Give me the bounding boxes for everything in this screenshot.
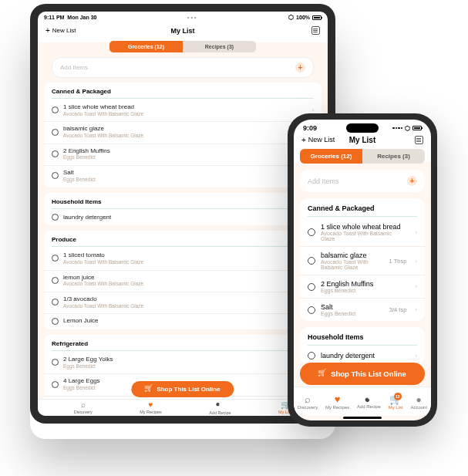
checkbox-icon[interactable] bbox=[52, 318, 59, 325]
checkbox-icon[interactable] bbox=[308, 306, 315, 314]
checkbox-icon[interactable] bbox=[308, 352, 315, 360]
tablet-menu-dots[interactable]: ••• bbox=[187, 15, 197, 20]
tab-groceries[interactable]: Groceries (12) bbox=[109, 41, 183, 52]
plus-icon: + bbox=[45, 26, 50, 35]
item-name: 1/3 avocado bbox=[63, 295, 308, 303]
add-items-input[interactable]: Add Items + bbox=[52, 57, 314, 78]
shop-list-button[interactable]: Shop This List Online bbox=[300, 363, 425, 385]
nav-discovery[interactable]: Discovery bbox=[74, 401, 93, 414]
list-item[interactable]: 2 English MuffinsEggs Benedict› bbox=[44, 143, 322, 165]
list-item[interactable]: balsamic glazeAvocado Toast With Balsami… bbox=[44, 121, 322, 143]
wifi-icon: ⬡ bbox=[288, 14, 294, 21]
filter-button[interactable] bbox=[311, 26, 320, 35]
new-list-button[interactable]: +New List bbox=[45, 26, 76, 35]
new-list-button[interactable]: +New List bbox=[301, 136, 335, 144]
item-source: Avocado Toast With Balsamic Glaze bbox=[63, 111, 308, 117]
checkbox-icon[interactable] bbox=[308, 228, 315, 236]
item-source: Eggs Benedict bbox=[63, 363, 308, 370]
tablet-date: Mon Jan 30 bbox=[67, 15, 96, 20]
list-item[interactable]: lemon juiceAvocado Toast With Balsamic G… bbox=[44, 270, 322, 292]
add-items-placeholder: Add Items bbox=[308, 177, 339, 185]
new-list-label: New List bbox=[308, 136, 335, 144]
item-name: 2 Large Egg Yolks bbox=[63, 356, 308, 363]
item-source: Avocado Toast With Balsamic Glaze bbox=[63, 303, 308, 309]
section-title: Canned & Packaged bbox=[300, 198, 425, 216]
checkbox-icon[interactable] bbox=[308, 283, 315, 291]
home-indicator[interactable] bbox=[343, 417, 382, 419]
person-icon bbox=[416, 394, 422, 404]
list-item[interactable]: Lemon Juice› bbox=[44, 313, 322, 329]
nav-discovery[interactable]: Discovery bbox=[298, 394, 318, 410]
list-item[interactable]: balsamic glazeAvocado Toast With Balsami… bbox=[300, 246, 425, 275]
section-title: Canned & Packaged bbox=[44, 83, 322, 98]
list-item[interactable]: 2 Large Egg YolksEggs Benedict› bbox=[44, 353, 322, 373]
item-name: lemon juice bbox=[63, 274, 308, 282]
list-item[interactable]: 2 English MuffinsEggs Benedict› bbox=[300, 275, 425, 298]
shop-label: Shop This List Online bbox=[157, 386, 220, 393]
item-name: laundry detergent bbox=[63, 214, 308, 221]
tab-groceries[interactable]: Groceries (12) bbox=[300, 149, 362, 164]
phone-time: 9:09 bbox=[303, 124, 317, 132]
section-card: Produce1 sliced tomatoAvocado Toast With… bbox=[44, 231, 322, 329]
checkbox-icon[interactable] bbox=[308, 257, 315, 265]
item-source: Eggs Benedict bbox=[321, 311, 384, 316]
list-item[interactable]: 1 sliced tomatoAvocado Toast With Balsam… bbox=[44, 248, 322, 269]
plus-circle-icon bbox=[364, 394, 373, 403]
nav-label: My List bbox=[389, 405, 403, 410]
filter-button[interactable] bbox=[415, 136, 423, 144]
chevron-right-icon: › bbox=[415, 229, 417, 236]
chevron-right-icon: › bbox=[415, 258, 417, 265]
checkbox-icon[interactable] bbox=[52, 299, 59, 306]
item-name: laundry detergent bbox=[321, 352, 406, 360]
tablet-status-bar: 9:11 PM Mon Jan 30 ••• ⬡ 100% bbox=[38, 12, 328, 23]
section-card: Household Itemslaundry detergent› bbox=[44, 193, 322, 226]
checkbox-icon[interactable] bbox=[52, 381, 59, 388]
nav-my-recipes[interactable]: My Recipes bbox=[325, 394, 349, 410]
list-item[interactable]: 1 slice whole wheat breadAvocado Toast W… bbox=[44, 100, 322, 121]
item-name: 2 English Muffins bbox=[63, 147, 308, 155]
item-qty: 1 Tbsp bbox=[389, 258, 407, 265]
tablet-nav-bar: Discovery My Recipes Add Recipe My List bbox=[38, 399, 328, 416]
list-item[interactable]: SaltEggs Benedict3/4 tsp› bbox=[300, 298, 425, 321]
checkbox-icon[interactable] bbox=[52, 255, 59, 262]
nav-add-recipe[interactable]: Add Recipe bbox=[209, 400, 231, 415]
battery-icon bbox=[312, 15, 322, 20]
list-item[interactable]: laundry detergent› bbox=[44, 211, 322, 226]
list-item[interactable]: laundry detergent› bbox=[300, 347, 425, 364]
cart-icon bbox=[318, 371, 326, 377]
add-button-icon[interactable]: + bbox=[295, 62, 305, 73]
checkbox-icon[interactable] bbox=[52, 106, 59, 113]
checkbox-icon[interactable] bbox=[52, 214, 59, 221]
nav-label: Account bbox=[410, 405, 427, 410]
nav-label: Discovery bbox=[298, 405, 318, 410]
tab-recipes[interactable]: Recipes (3) bbox=[362, 149, 425, 164]
item-name: Salt bbox=[63, 169, 308, 177]
section-title: Refrigerated bbox=[44, 335, 322, 350]
checkbox-icon[interactable] bbox=[52, 172, 59, 179]
checkbox-icon[interactable] bbox=[52, 150, 59, 157]
nav-add-recipe[interactable]: Add Recipe bbox=[357, 394, 381, 409]
list-item[interactable]: 1/3 avocadoAvocado Toast With Balsamic G… bbox=[44, 292, 322, 313]
shop-list-button[interactable]: Shop This List Online bbox=[131, 381, 234, 397]
nav-label: Add Recipe bbox=[209, 410, 231, 415]
add-items-input[interactable]: Add Items + bbox=[300, 170, 425, 192]
list-item[interactable]: SaltEggs Benedict› bbox=[44, 165, 322, 187]
add-button-icon[interactable]: + bbox=[407, 176, 417, 186]
phone-frame: 9:09 ⬡ +New List My List Groceries (12) … bbox=[288, 113, 437, 427]
section-card: Household Itemslaundry detergent› bbox=[300, 327, 425, 364]
item-name: 1 slice whole wheat bread bbox=[321, 223, 406, 231]
nav-my-list[interactable]: 12My List bbox=[389, 394, 403, 410]
checkbox-icon[interactable] bbox=[52, 359, 59, 366]
checkbox-icon[interactable] bbox=[52, 277, 59, 284]
heart-icon bbox=[335, 394, 341, 404]
item-source: Avocado Toast With Balsamic Glaze bbox=[63, 259, 308, 265]
nav-account[interactable]: Account bbox=[410, 394, 427, 410]
item-source: Avocado Toast With Balsamic Glaze bbox=[63, 133, 308, 139]
nav-my-recipes[interactable]: My Recipes bbox=[140, 401, 162, 414]
tablet-tabs: Groceries (12) Recipes (3) bbox=[109, 41, 256, 52]
dots-icon bbox=[392, 127, 402, 130]
checkbox-icon[interactable] bbox=[52, 129, 59, 136]
tab-recipes[interactable]: Recipes (3) bbox=[183, 41, 256, 52]
list-item[interactable]: 1 slice whole wheat breadAvocado Toast W… bbox=[300, 218, 425, 246]
item-source: Avocado Toast With Balsamic Glaze bbox=[63, 281, 308, 287]
